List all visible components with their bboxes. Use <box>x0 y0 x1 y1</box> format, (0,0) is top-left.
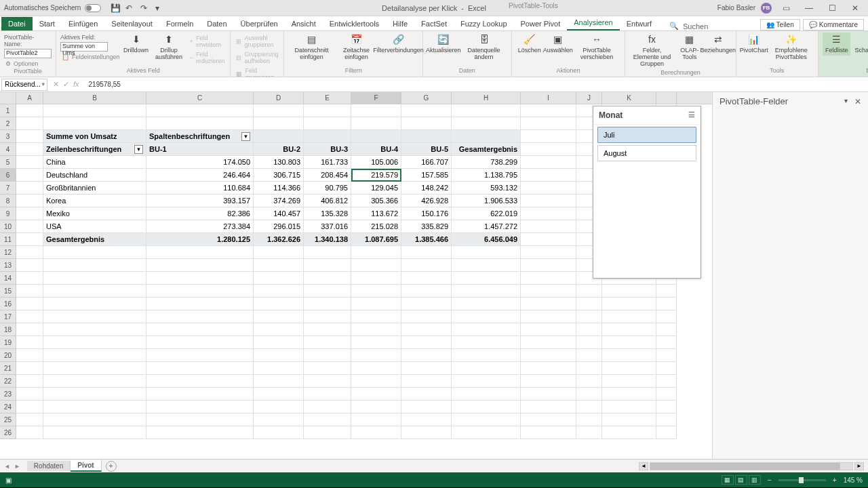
pivot-measure-label[interactable]: Summe von Umsatz <box>43 130 146 143</box>
cell[interactable] <box>351 272 401 285</box>
cell[interactable] <box>146 336 254 349</box>
row-header[interactable]: 19 <box>0 336 16 349</box>
cell[interactable] <box>16 220 43 233</box>
cell[interactable] <box>656 323 677 336</box>
drillup-button[interactable]: ⬆Drillup ausführen <box>151 33 187 62</box>
cell[interactable] <box>254 285 304 298</box>
col-header[interactable]: H <box>452 92 521 104</box>
cell[interactable] <box>521 169 576 182</box>
cell[interactable] <box>146 104 254 117</box>
spreadsheet-grid[interactable]: A B C D E F G H I J K 123Summe von Umsat… <box>0 92 712 459</box>
ribbon-display-icon[interactable]: ▭ <box>777 2 795 14</box>
cell[interactable] <box>146 349 254 362</box>
cell[interactable] <box>254 362 304 375</box>
cell[interactable] <box>401 259 452 272</box>
cell[interactable] <box>576 362 602 375</box>
row-header[interactable]: 26 <box>0 426 16 439</box>
cell[interactable] <box>521 401 576 413</box>
row-filter-button[interactable]: ▼ <box>134 145 143 154</box>
page-layout-icon[interactable]: ▤ <box>735 475 747 485</box>
cell[interactable]: 306.715 <box>254 169 304 182</box>
row-header[interactable]: 11 <box>0 233 16 246</box>
cell[interactable] <box>146 323 254 336</box>
cell[interactable] <box>254 323 304 336</box>
cell[interactable]: 335.829 <box>401 220 452 233</box>
row-header[interactable]: 23 <box>0 388 16 401</box>
cell[interactable] <box>304 298 351 310</box>
page-break-icon[interactable]: ▥ <box>749 475 761 485</box>
row-header[interactable]: 15 <box>0 285 16 298</box>
cell[interactable]: 1.906.533 <box>452 195 521 207</box>
cell[interactable]: 406.812 <box>304 195 351 207</box>
cell[interactable] <box>16 310 43 323</box>
filter-connections-button[interactable]: 🔗Filterverbindungen <box>378 33 418 56</box>
cell[interactable] <box>351 401 401 413</box>
cell[interactable] <box>521 375 576 388</box>
cell[interactable] <box>304 426 351 439</box>
pivot-col-bu1[interactable]: BU-1 <box>146 143 254 156</box>
cell[interactable] <box>521 388 576 401</box>
active-field[interactable]: Summe von Ums <box>60 42 108 52</box>
add-sheet-button[interactable]: + <box>106 461 117 472</box>
pivot-row-name[interactable]: Mexiko <box>43 207 146 220</box>
search-box[interactable]: 🔍 Suchen <box>669 22 708 30</box>
cell[interactable] <box>43 413 146 426</box>
tab-factset[interactable]: FactSet <box>414 17 454 30</box>
cell[interactable]: 105.006 <box>351 156 401 169</box>
col-header[interactable]: E <box>304 92 351 104</box>
cell[interactable] <box>452 310 521 323</box>
cell[interactable] <box>146 246 254 259</box>
row-header[interactable]: 13 <box>0 259 16 272</box>
cell[interactable] <box>16 233 43 246</box>
cell[interactable] <box>43 298 146 310</box>
cell[interactable] <box>254 426 304 439</box>
row-header[interactable]: 9 <box>0 207 16 220</box>
cell[interactable] <box>452 104 521 117</box>
cell[interactable] <box>16 117 43 130</box>
select-all-corner[interactable] <box>0 92 16 104</box>
slicer-item-juli[interactable]: Juli <box>597 127 696 143</box>
cell[interactable] <box>304 117 351 130</box>
row-header[interactable]: 3 <box>0 130 16 143</box>
cell[interactable]: 393.157 <box>146 195 254 207</box>
row-header[interactable]: 10 <box>0 220 16 233</box>
cell[interactable] <box>43 349 146 362</box>
cell[interactable] <box>304 375 351 388</box>
avatar[interactable]: FB <box>761 3 772 14</box>
change-datasource-button[interactable]: 🗄Datenquelle ändern <box>461 33 507 62</box>
cell[interactable] <box>602 285 656 298</box>
cell[interactable] <box>16 130 43 143</box>
cell[interactable] <box>521 220 576 233</box>
cell[interactable] <box>401 285 452 298</box>
row-header[interactable]: 7 <box>0 182 16 195</box>
cell[interactable] <box>521 336 576 349</box>
cell[interactable] <box>351 298 401 310</box>
cell[interactable] <box>254 259 304 272</box>
name-box[interactable]: Rücksend...▼ <box>1 79 47 91</box>
cell[interactable] <box>576 323 602 336</box>
cell[interactable] <box>146 388 254 401</box>
cell[interactable] <box>43 362 146 375</box>
cell[interactable] <box>254 298 304 310</box>
tab-design[interactable]: Entwurf <box>620 17 658 30</box>
cell[interactable]: 593.132 <box>452 182 521 195</box>
tab-home[interactable]: Start <box>33 17 62 30</box>
cell[interactable] <box>43 285 146 298</box>
expand-field-button[interactable]: +Feld erweitern <box>189 34 226 49</box>
cell[interactable] <box>43 336 146 349</box>
cell[interactable] <box>351 310 401 323</box>
cell[interactable] <box>401 401 452 413</box>
cell[interactable] <box>351 388 401 401</box>
hscroll-thumb[interactable] <box>650 463 840 470</box>
tab-help[interactable]: Hilfe <box>386 17 414 30</box>
cell[interactable] <box>576 298 602 310</box>
cell[interactable] <box>576 375 602 388</box>
pivot-col-bu5[interactable]: BU-5 <box>401 143 452 156</box>
cancel-formula-icon[interactable]: ✕ <box>53 80 59 89</box>
cell[interactable] <box>43 401 146 413</box>
cell[interactable] <box>16 323 43 336</box>
cell[interactable] <box>146 362 254 375</box>
tab-developer[interactable]: Entwicklertools <box>323 17 386 30</box>
olap-tools-button[interactable]: ▦OLAP-Tools <box>676 33 703 62</box>
comments-button[interactable]: 💬Kommentare <box>803 19 864 30</box>
